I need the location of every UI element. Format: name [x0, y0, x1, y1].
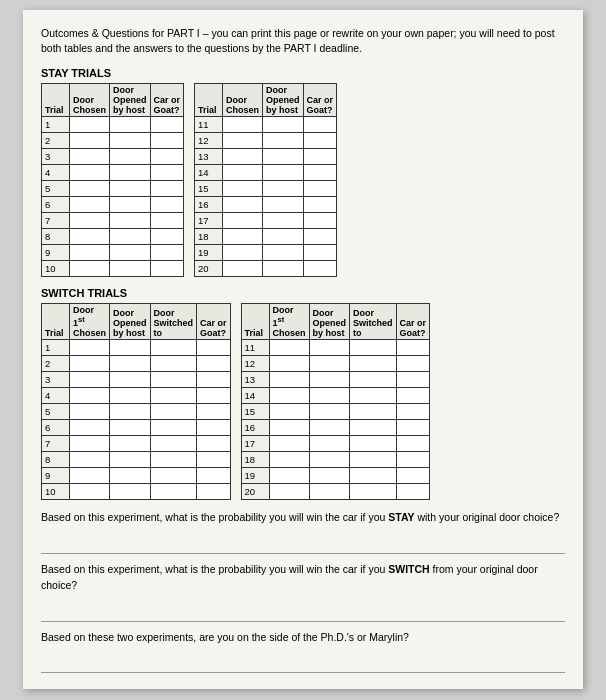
table-row: 14	[241, 388, 430, 404]
table-row: 1	[42, 117, 184, 133]
question-1: Based on this experiment, what is the pr…	[41, 510, 565, 526]
switch-right-header-carorgoat: Car orGoat?	[396, 304, 430, 340]
stay-left-header-trial: Trial	[42, 84, 70, 117]
table-row: 17	[195, 213, 337, 229]
question-2-answer-line	[41, 604, 565, 622]
stay-right-header-trial: Trial	[195, 84, 223, 117]
table-row: 3	[42, 372, 231, 388]
switch-left-header-opened: DoorOpenedby host	[110, 304, 151, 340]
switch-left-table: Trial Door1stChosen DoorOpenedby host Do…	[41, 303, 231, 500]
table-row: 11	[241, 340, 430, 356]
stay-right-header-opened: DoorOpenedby host	[263, 84, 304, 117]
table-row: 1	[42, 340, 231, 356]
table-row: 15	[195, 181, 337, 197]
table-row: 8	[42, 452, 231, 468]
table-row: 20	[195, 261, 337, 277]
switch-right-header-opened: DoorOpenedby host	[309, 304, 350, 340]
switch-trials-title: SWITCH TRIALS	[41, 287, 565, 299]
table-row: 5	[42, 181, 184, 197]
table-row: 6	[42, 420, 231, 436]
table-row: 2	[42, 133, 184, 149]
table-row: 3	[42, 149, 184, 165]
question-3: Based on these two experiments, are you …	[41, 630, 565, 646]
table-row: 4	[42, 165, 184, 181]
table-row: 8	[42, 229, 184, 245]
table-row: 12	[241, 356, 430, 372]
table-row: 6	[42, 197, 184, 213]
table-row: 5	[42, 404, 231, 420]
table-row: 15	[241, 404, 430, 420]
switch-right-header-trial: Trial	[241, 304, 269, 340]
stay-left-header-carorgoat: Car orGoat?	[150, 84, 184, 117]
table-row: 19	[241, 468, 430, 484]
table-row: 13	[241, 372, 430, 388]
intro-text: Outcomes & Questions for PART I – you ca…	[41, 26, 565, 55]
table-row: 19	[195, 245, 337, 261]
stay-trials-tables: Trial DoorChosen DoorOpenedby host Car o…	[41, 83, 565, 277]
table-row: 7	[42, 213, 184, 229]
table-row: 14	[195, 165, 337, 181]
question-1-answer-line	[41, 536, 565, 554]
table-row: 10	[42, 261, 184, 277]
table-row: 9	[42, 468, 231, 484]
stay-left-header-chosen: DoorChosen	[70, 84, 110, 117]
table-row: 11	[195, 117, 337, 133]
table-row: 9	[42, 245, 184, 261]
questions-section: Based on this experiment, what is the pr…	[41, 510, 565, 673]
table-row: 4	[42, 388, 231, 404]
stay-right-header-carorgoat: Car orGoat?	[303, 84, 337, 117]
switch-left-header-carorgoat: Car orGoat?	[197, 304, 231, 340]
switch-trials-tables: Trial Door1stChosen DoorOpenedby host Do…	[41, 303, 565, 500]
table-row: 16	[195, 197, 337, 213]
table-row: 13	[195, 149, 337, 165]
stay-trials-title: STAY TRIALS	[41, 67, 565, 79]
question-3-answer-line	[41, 655, 565, 673]
table-row: 2	[42, 356, 231, 372]
table-row: 18	[195, 229, 337, 245]
stay-right-header-chosen: DoorChosen	[223, 84, 263, 117]
switch-right-header-chosen: Door1stChosen	[269, 304, 309, 340]
table-row: 7	[42, 436, 231, 452]
table-row: 20	[241, 484, 430, 500]
switch-right-header-switched: DoorSwitchedto	[350, 304, 397, 340]
table-row: 10	[42, 484, 231, 500]
table-row: 16	[241, 420, 430, 436]
switch-left-header-switched: DoorSwitchedto	[150, 304, 197, 340]
table-row: 18	[241, 452, 430, 468]
stay-left-table: Trial DoorChosen DoorOpenedby host Car o…	[41, 83, 184, 277]
switch-left-header-trial: Trial	[42, 304, 70, 340]
switch-right-table: Trial Door1stChosen DoorOpenedby host Do…	[241, 303, 431, 500]
stay-left-header-opened: DoorOpenedby host	[110, 84, 151, 117]
page-container: Outcomes & Questions for PART I – you ca…	[23, 10, 583, 689]
table-row: 17	[241, 436, 430, 452]
table-row: 12	[195, 133, 337, 149]
question-2: Based on this experiment, what is the pr…	[41, 562, 565, 594]
switch-left-header-chosen: Door1stChosen	[70, 304, 110, 340]
stay-right-table: Trial DoorChosen DoorOpenedby host Car o…	[194, 83, 337, 277]
